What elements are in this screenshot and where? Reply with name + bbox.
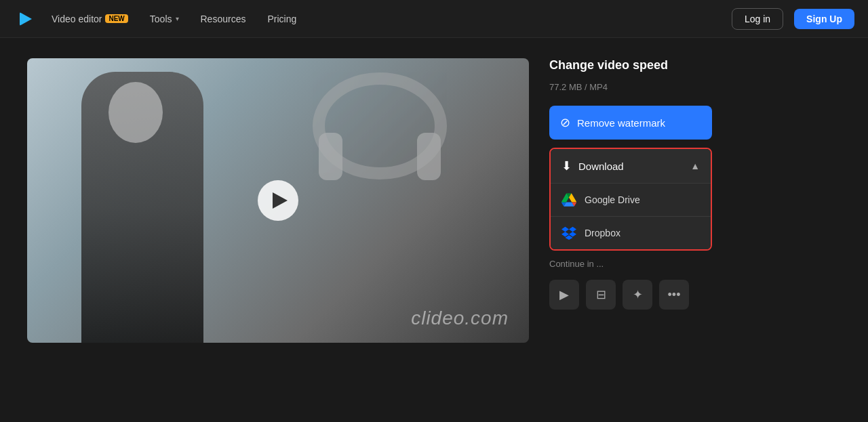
continue-text: Continue in ... (549, 259, 712, 269)
nav-label-pricing: Pricing (267, 14, 296, 24)
head-silhouette (108, 82, 163, 143)
play-icon (273, 192, 288, 209)
action-icons: ▶ ⊟ ✦ ••• (549, 280, 712, 310)
panel-meta: 77.2 MB / MP4 (549, 82, 712, 92)
sidebar-item-video-editor[interactable]: Video editor NEW (43, 9, 136, 28)
dropbox-icon (561, 226, 576, 240)
panel-title: Change video speed (549, 58, 712, 72)
svg-rect-1 (319, 133, 342, 180)
play-button[interactable] (258, 180, 298, 221)
download-dropdown: ⬇ Download ▲ Google Drive (549, 148, 712, 251)
logo-icon[interactable] (14, 7, 38, 31)
sparkle-action-button[interactable]: ✦ (623, 280, 652, 310)
new-badge: NEW (105, 14, 127, 23)
remove-watermark-button[interactable]: ⊘ Remove watermark (549, 106, 712, 140)
header: Video editor NEW Tools ▾ Resources Prici… (0, 0, 868, 38)
download-button[interactable]: ⬇ Download ▲ (551, 149, 711, 183)
chevron-up-icon: ▲ (690, 161, 700, 171)
more-icon: ••• (668, 288, 681, 302)
right-panel: Change video speed 77.2 MB / MP4 ⊘ Remov… (549, 58, 712, 310)
signup-button[interactable]: Sign Up (794, 9, 854, 29)
sidebar-item-tools[interactable]: Tools ▾ (142, 9, 187, 28)
google-drive-icon (561, 192, 576, 207)
google-drive-option[interactable]: Google Drive (551, 184, 711, 217)
download-icon: ⬇ (561, 159, 572, 173)
remove-watermark-icon: ⊘ (560, 115, 570, 130)
main-content: clideo.com Change video speed 77.2 MB / … (0, 38, 868, 422)
download-left: ⬇ Download (561, 159, 624, 173)
sidebar-item-resources[interactable]: Resources (193, 9, 254, 28)
headphones-image (285, 72, 475, 207)
tools-chevron-icon: ▾ (176, 15, 179, 22)
nav-label-resources: Resources (201, 14, 246, 24)
video-action-button[interactable]: ▶ (549, 280, 579, 310)
login-button[interactable]: Log in (732, 8, 783, 30)
video-player[interactable]: clideo.com (27, 58, 529, 343)
nav-label-video-editor: Video editor (52, 14, 102, 24)
subtitles-icon: ⊟ (596, 287, 606, 302)
dropbox-label: Dropbox (585, 228, 620, 238)
dropbox-option[interactable]: Dropbox (551, 217, 711, 249)
nav-label-tools: Tools (150, 14, 172, 24)
sidebar-item-pricing[interactable]: Pricing (259, 9, 304, 28)
google-drive-label: Google Drive (585, 194, 640, 205)
sparkle-icon: ✦ (633, 287, 643, 302)
subtitles-action-button[interactable]: ⊟ (586, 280, 616, 310)
video-icon: ▶ (559, 287, 569, 302)
svg-rect-2 (417, 133, 441, 180)
download-label: Download (578, 161, 624, 172)
more-action-button[interactable]: ••• (659, 280, 689, 310)
remove-watermark-label: Remove watermark (577, 117, 665, 129)
download-options: Google Drive Dropbox (551, 183, 711, 249)
